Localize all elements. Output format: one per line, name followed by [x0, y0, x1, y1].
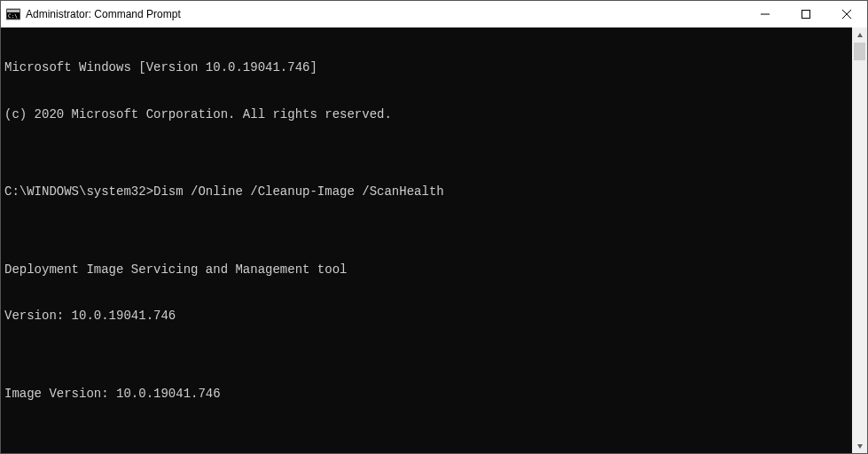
terminal-line: Microsoft Windows [Version 10.0.19041.74…: [4, 60, 848, 76]
content-wrap: Microsoft Windows [Version 10.0.19041.74…: [1, 27, 867, 453]
vertical-scrollbar[interactable]: [852, 27, 867, 453]
titlebar-left: C:\ Administrator: Command Prompt: [6, 7, 181, 21]
svg-marker-8: [857, 444, 863, 449]
svg-text:C:\: C:\: [8, 12, 18, 19]
window-title: Administrator: Command Prompt: [26, 8, 181, 20]
terminal-line: (c) 2020 Microsoft Corporation. All righ…: [4, 107, 848, 123]
scroll-down-arrow-icon[interactable]: [852, 438, 867, 453]
terminal-line: Image Version: 10.0.19041.746: [4, 387, 848, 403]
command-prompt-window: C:\ Administrator: Command Prompt Micros…: [0, 0, 868, 454]
terminal-line: Deployment Image Servicing and Managemen…: [4, 262, 848, 278]
titlebar[interactable]: C:\ Administrator: Command Prompt: [1, 1, 867, 27]
close-button[interactable]: [826, 1, 867, 27]
maximize-button[interactable]: [786, 1, 826, 27]
svg-marker-7: [857, 33, 863, 37]
scroll-track[interactable]: [852, 43, 867, 438]
minimize-button[interactable]: [745, 1, 786, 27]
terminal-line: Version: 10.0.19041.746: [4, 309, 848, 325]
window-controls: [745, 1, 867, 27]
scroll-up-arrow-icon[interactable]: [852, 27, 867, 43]
scroll-thumb[interactable]: [854, 43, 865, 60]
terminal-output[interactable]: Microsoft Windows [Version 10.0.19041.74…: [1, 27, 852, 453]
terminal-line: C:\WINDOWS\system32>Dism /Online /Cleanu…: [4, 184, 848, 200]
svg-rect-4: [802, 11, 810, 19]
cmd-icon: C:\: [6, 7, 20, 21]
